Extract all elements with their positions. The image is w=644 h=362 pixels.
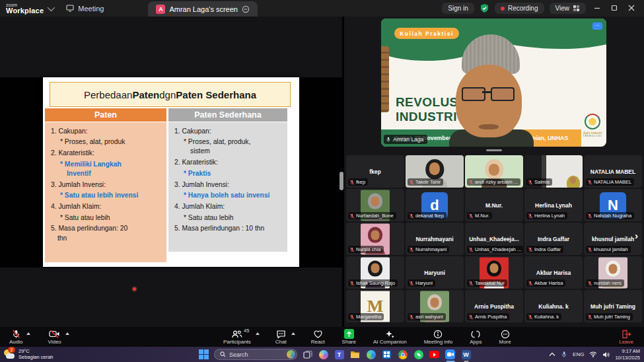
slide-list-item: 1. Cakupan: [172,127,284,136]
volume-icon[interactable] [602,351,610,358]
participant-tile[interactable]: NNahdah Nugraha [584,189,642,221]
panel-resize-handle[interactable] [340,172,343,190]
ai-companion-button[interactable]: AI Companion [371,327,410,347]
participant-tile[interactable]: Tawakkal Nur [465,256,523,289]
participant-tile[interactable]: Nursia chia [346,223,404,255]
slide-list-item: 5. Masa perlindungan : 10 thn [172,224,284,233]
participant-tile[interactable]: Ishak Saung Rajo [346,256,404,289]
audio-menu-caret[interactable] [26,332,30,335]
video-menu-caret[interactable] [65,332,69,335]
whatsapp-button[interactable] [413,349,424,360]
tray-mic-icon[interactable] [561,351,567,358]
participant-tile[interactable]: khusnul jamilahkhusnul jamilah [584,223,642,255]
participant-tile[interactable]: Kuliahna. kKuliahna. k [524,290,583,322]
participant-tile[interactable]: Takdir Tahir [406,155,464,188]
participant-name-label: Arnis Puspitha [467,313,509,320]
meeting-icon [66,5,74,12]
microsoft-store-button[interactable] [381,349,392,360]
tab-meeting[interactable]: Meeting [58,0,112,17]
zoom-app-button[interactable] [445,349,456,360]
copilot-button[interactable] [318,349,329,360]
video-button[interactable]: Video [45,327,63,347]
participant-tile[interactable]: HaryuniHaryuni [406,256,464,289]
share-button[interactable]: Share [340,327,359,347]
participant-name: Kuliahna. k [534,314,559,320]
participant-tile[interactable]: NATALIA MABELNATALIA MABEL [584,155,642,188]
mic-muted-icon [409,213,414,219]
word-button[interactable]: W [460,349,472,360]
maximize-button[interactable] [608,5,620,13]
mic-muted-icon [528,314,533,320]
chat-button[interactable]: Chat [273,327,289,347]
audio-button[interactable]: Audio [7,327,25,347]
banner-title-line1: REVOLUSI [396,95,468,110]
participant-name: Nahdah Nugraha [594,213,631,219]
meeting-info-label: Meeting info [424,340,453,345]
tab-stop-icon[interactable] [242,5,250,13]
gallery-drag-handle[interactable] [486,149,502,151]
video-label: Video [48,340,61,345]
slide-list-item: * Satu atau lebih [48,213,163,223]
search-daily-image [287,350,295,359]
participant-tile[interactable]: Herlina LynahHerlina Lynah [524,189,583,221]
sign-in-button[interactable]: Sign in [442,3,474,14]
chat-menu-caret[interactable] [291,332,295,335]
mic-muted-icon [528,247,533,252]
view-button[interactable]: View [550,3,587,14]
weather-widget[interactable]: 2 29°C Sebagian cerah [4,349,54,360]
participant-tile[interactable]: Nurfaedah_Bone [346,189,404,221]
participant-tile[interactable]: M.Nur.M.Nur. [465,189,523,221]
participant-tile[interactable]: asri wahyuni [406,290,464,322]
participants-button[interactable]: 45 Participants [221,327,254,347]
close-button[interactable] [626,5,637,13]
banner-title: REVOLUSI INDUSTRI 4 [396,95,468,124]
file-explorer-button[interactable] [349,349,361,360]
participant-tile[interactable]: ddekanat fkep [406,189,464,221]
participant-tile[interactable]: MMargaretha [346,290,404,322]
laser-pointer-dot [133,287,136,291]
apps-button[interactable]: Apps [467,327,484,347]
recording-indicator[interactable]: Recording [495,3,544,14]
chrome-button[interactable] [397,349,408,360]
view-label: View [555,5,570,12]
mic-muted-icon [528,180,533,185]
participant-tile[interactable]: NurrahmayaniNurrahmayani [406,223,464,255]
tray-expand-icon[interactable] [549,352,555,357]
participant-tile[interactable]: fkepfkep [346,155,404,188]
participant-tile[interactable]: Unhas_Khadeeja...Unhas_Khadeejah ... [465,223,523,255]
participant-name: Ishak Saung Rajo [356,280,395,286]
slide-list-item: * Proses, alat, produk [48,137,163,147]
meeting-info-button[interactable]: Meeting info [421,327,456,347]
minimize-button[interactable] [591,5,603,13]
tab-screen-label: Amran Laga's screen [169,5,238,13]
more-button[interactable]: More [497,327,514,347]
slide-title: Perbedaan Paten dgn Paten Sederhana [50,82,291,107]
speaker-name-label: Amran Laga [384,135,427,144]
participant-name-label: Indra Gaffar [526,246,563,253]
react-button[interactable]: React [308,327,328,347]
speaker-video-tile[interactable]: Kuliah Praktisi REVOLUSI INDUSTRI 4 Juma… [381,18,606,147]
teams-button[interactable]: T [334,349,345,360]
clock[interactable]: 9:17 AM 10/13/2025 [615,348,640,361]
participant-tile[interactable]: Arnis PuspithaArnis Puspitha [465,290,523,322]
language-indicator[interactable]: ENG [573,351,584,357]
participant-tile[interactable]: Indra GaffarIndra Gaffar [524,223,583,255]
participant-tile[interactable]: Salmia [524,155,583,188]
workspace-dropdown-icon[interactable] [48,3,55,11]
youtube-button[interactable] [429,349,440,360]
video-options-menu[interactable]: ... [592,22,602,30]
participants-menu-caret[interactable] [256,332,260,335]
start-button[interactable] [198,349,209,360]
participant-tile[interactable]: andi rizky arbaim ... [465,155,523,188]
edge-button[interactable] [365,349,376,360]
task-view-button[interactable] [302,349,313,360]
search-box[interactable]: Search [214,349,297,360]
participant-tile[interactable]: Muh jufri TamingMuh jufri Taming [584,290,642,322]
tab-shared-screen[interactable]: A Amran Laga's screen [148,1,258,17]
participant-tile[interactable]: nuridah ners [584,256,642,289]
leave-button[interactable]: Leave [616,327,636,347]
participant-tile[interactable]: Akbar HarisaAkbar Harisa [524,256,583,289]
gallery-next-page-icon[interactable]: › [635,230,638,241]
column-header-paten: Paten [45,108,166,122]
wifi-icon[interactable] [589,351,597,357]
